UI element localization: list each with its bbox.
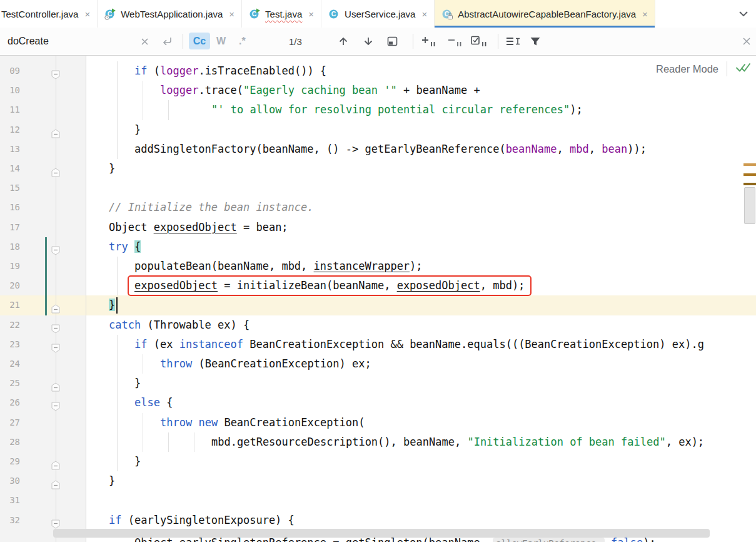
clear-search-icon[interactable] <box>139 28 150 55</box>
line-number: 24 <box>0 354 20 374</box>
regex-toggle[interactable]: .* <box>239 28 246 55</box>
code-text: catch (Throwable ex) { <box>109 315 249 335</box>
line-number: 13 <box>0 140 20 159</box>
warning-stripe-mark[interactable] <box>743 183 756 185</box>
line-number: 26 <box>0 393 20 412</box>
code-line[interactable]: 23if (ex instanceof BeanCreationExceptio… <box>0 335 756 354</box>
tab-close-icon[interactable]: × <box>229 9 234 19</box>
whole-words-toggle[interactable]: W <box>216 28 226 55</box>
code-line[interactable]: 24throw (BeanCreationException) ex; <box>0 354 756 374</box>
tab-overflow-chevron-icon[interactable] <box>737 8 750 22</box>
code-line[interactable]: 10logger.trace("Eagerly caching bean '" … <box>0 81 756 100</box>
code-editor[interactable]: 09if (logger.isTraceEnabled()) {10logger… <box>0 55 756 542</box>
code-text: else { <box>134 393 173 412</box>
tab-item[interactable]: CTest.java× <box>242 0 321 28</box>
fold-marker-icon[interactable] <box>51 129 60 138</box>
code-line[interactable]: 22catch (Throwable ex) { <box>0 315 756 335</box>
warning-stripe-mark[interactable] <box>743 173 756 176</box>
code-line[interactable]: 15 <box>0 178 756 198</box>
svg-text:C: C <box>252 10 257 18</box>
reader-mode-label[interactable]: Reader Mode <box>656 63 718 75</box>
horizontal-scrollbar-thumb[interactable] <box>53 529 710 538</box>
line-number: 17 <box>0 218 20 237</box>
code-line[interactable]: 29} <box>0 452 756 471</box>
run-overlay-icon <box>256 8 260 13</box>
code-line[interactable]: 30} <box>0 471 756 491</box>
newline-icon[interactable] <box>160 28 174 55</box>
close-search-icon[interactable] <box>742 28 752 55</box>
line-number: 14 <box>0 159 20 178</box>
code-line[interactable]: 21} <box>0 295 756 315</box>
tab-close-icon[interactable]: × <box>84 9 90 19</box>
fold-marker-icon[interactable] <box>51 70 60 79</box>
code-line[interactable]: 18try { <box>0 237 756 257</box>
code-line[interactable]: 28mbd.getResourceDescription(), beanName… <box>0 432 756 452</box>
code-line[interactable]: 19populateBean(beanName, mbd, instanceWr… <box>0 257 756 276</box>
divider <box>183 34 183 49</box>
code-line[interactable]: 25} <box>0 374 756 393</box>
fold-marker-icon[interactable] <box>51 246 60 255</box>
class-icon: C <box>104 8 116 20</box>
class-icon: C <box>441 8 453 20</box>
fold-marker-icon[interactable] <box>51 168 60 177</box>
fold-marker-icon[interactable] <box>51 304 60 314</box>
code-line[interactable]: 11"' to allow for resolving potential ci… <box>0 100 756 120</box>
fold-marker-icon[interactable] <box>51 480 60 489</box>
code-line[interactable]: 20exposedObject = initializeBean(beanNam… <box>0 276 756 295</box>
line-number: 16 <box>0 198 20 217</box>
fold-marker-icon[interactable] <box>51 344 60 353</box>
line-number: 31 <box>0 491 20 510</box>
tab-close-icon[interactable]: × <box>308 9 314 19</box>
fold-marker-icon[interactable] <box>51 402 60 411</box>
open-in-find-window-button[interactable] <box>386 28 399 55</box>
code-line[interactable]: 27throw new BeanCreationException( <box>0 413 756 432</box>
previous-occurrence-button[interactable] <box>338 28 349 55</box>
text-caret <box>116 297 118 314</box>
select-all-occurrences-button[interactable] <box>470 28 489 55</box>
code-line[interactable]: 12} <box>0 120 756 140</box>
add-occurrence-button[interactable] <box>420 28 438 55</box>
run-overlay-icon <box>112 8 116 13</box>
line-number: 09 <box>0 61 20 81</box>
tab-item[interactable]: CUserService.java× <box>321 0 435 28</box>
code-line[interactable]: 13addSingletonFactory(beanName, () -> ge… <box>0 140 756 159</box>
inspections-status-icon[interactable] <box>735 61 751 76</box>
line-number: 29 <box>0 452 20 471</box>
class-icon: C <box>328 8 340 20</box>
code-line[interactable]: 16// Initialize the bean instance. <box>0 198 756 217</box>
tab-close-icon[interactable]: × <box>642 9 648 19</box>
filter-results-button[interactable] <box>529 28 542 55</box>
code-line[interactable]: 31 <box>0 491 756 510</box>
fold-marker-icon[interactable] <box>51 382 60 392</box>
search-options-button[interactable] <box>505 28 522 55</box>
warning-stripe-mark[interactable] <box>743 163 756 166</box>
code-text: } <box>134 374 141 393</box>
fold-marker-icon[interactable] <box>51 519 60 529</box>
lock-icon <box>448 15 453 19</box>
code-line[interactable]: 14} <box>0 159 756 178</box>
fold-marker-icon[interactable] <box>51 324 60 334</box>
line-number: 18 <box>0 237 20 257</box>
vertical-scrollbar-thumb[interactable] <box>744 187 755 224</box>
code-line[interactable]: 32if (earlySingletonExposure) { <box>0 511 756 530</box>
code-text: try { <box>109 237 141 257</box>
tab-item[interactable]: CAbstractAutowireCapableBeanFactory.java… <box>435 0 655 28</box>
tab-item[interactable]: TestController.java× <box>0 0 98 28</box>
line-number: 11 <box>0 100 20 120</box>
next-occurrence-button[interactable] <box>363 28 374 55</box>
code-text: Object exposedObject = bean; <box>109 218 288 237</box>
match-case-toggle[interactable]: Cc <box>189 33 210 49</box>
code-line[interactable]: 09if (logger.isTraceEnabled()) { <box>0 61 756 81</box>
line-number: 22 <box>0 315 20 335</box>
tab-item[interactable]: CWebTestApplication.java× <box>98 0 242 28</box>
code-text: } <box>109 159 115 178</box>
code-text: "' to allow for resolving potential circ… <box>211 100 583 120</box>
code-line[interactable]: 26else { <box>0 393 756 412</box>
fold-marker-icon[interactable] <box>51 461 60 470</box>
tab-close-icon[interactable]: × <box>421 9 427 19</box>
remove-occurrence-button[interactable] <box>446 28 464 55</box>
search-input[interactable]: doCreate <box>8 28 49 55</box>
gutter-separator <box>86 55 86 542</box>
line-number: 12 <box>0 120 20 140</box>
code-line[interactable]: 17Object exposedObject = bean; <box>0 218 756 237</box>
